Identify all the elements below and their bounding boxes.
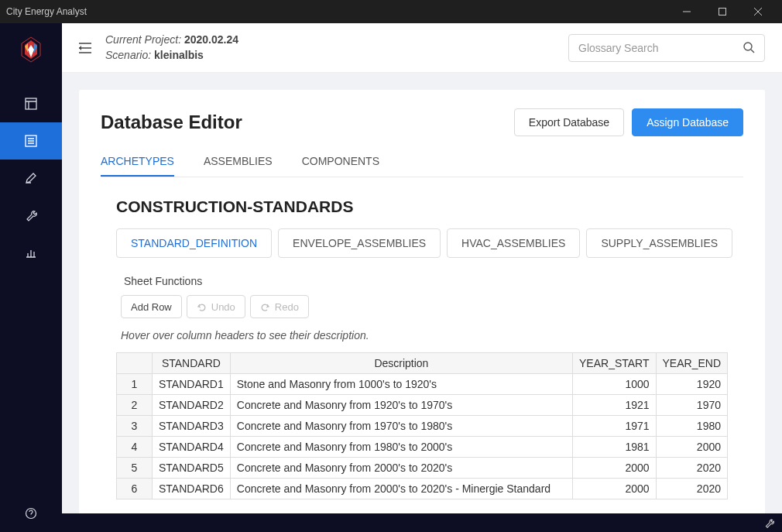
content-area: Database Editor Export Database Assign D… xyxy=(62,73,782,513)
cell-year-end[interactable]: 1980 xyxy=(656,416,727,437)
col-description[interactable]: Description xyxy=(230,353,572,374)
subtab-hvac-assemblies[interactable]: HVAC_ASSEMBLIES xyxy=(447,228,580,258)
row-number: 5 xyxy=(117,458,153,479)
subtab-standard-definition[interactable]: STANDARD_DEFINITION xyxy=(116,228,272,258)
sidebar xyxy=(0,23,62,532)
pencil-icon xyxy=(25,172,37,184)
nav-item-dashboard[interactable] xyxy=(0,85,62,122)
cell-description[interactable]: Stone and Masonry from 1000's to 1920's xyxy=(230,374,572,395)
cell-year-end[interactable]: 2020 xyxy=(656,479,727,499)
sheet-functions-label: Sheet Functions xyxy=(124,275,728,287)
scenario-value: kleinalbis xyxy=(154,49,204,61)
subtab-supply-assemblies[interactable]: SUPPLY_ASSEMBLIES xyxy=(586,228,732,258)
layout-icon xyxy=(25,98,37,110)
cell-year-start[interactable]: 2000 xyxy=(573,479,657,499)
page-header: Current Project: 2020.02.24 Scenario: kl… xyxy=(62,23,782,73)
section-title: CONSTRUCTION-STANDARDS xyxy=(116,197,728,216)
cell-year-start[interactable]: 1921 xyxy=(573,395,657,416)
minimize-button[interactable] xyxy=(669,0,705,23)
cell-year-start[interactable]: 1971 xyxy=(573,416,657,437)
cell-description[interactable]: Concrete and Masonry from 1970's to 1980… xyxy=(230,416,572,437)
titlebar: City Energy Analyst xyxy=(0,0,782,23)
cell-description[interactable]: Concrete and Masonry from 1920's to 1970… xyxy=(230,395,572,416)
cell-standard[interactable]: STANDARD6 xyxy=(153,479,231,499)
table-row[interactable]: 5STANDARD5Concrete and Masonry from 2000… xyxy=(117,458,728,479)
table-row[interactable]: 2STANDARD2Concrete and Masonry from 1920… xyxy=(117,395,728,416)
wrench-icon xyxy=(25,209,37,221)
standards-table: STANDARD Description YEAR_START YEAR_END… xyxy=(116,352,728,499)
main-tabs: ARCHETYPES ASSEMBLIES COMPONENTS xyxy=(101,147,743,177)
undo-icon xyxy=(197,302,207,312)
search-input[interactable] xyxy=(578,42,743,54)
cell-standard[interactable]: STANDARD1 xyxy=(153,374,231,395)
tab-components[interactable]: COMPONENTS xyxy=(302,147,379,177)
row-number: 2 xyxy=(117,395,153,416)
project-label: Current Project: xyxy=(105,33,184,46)
cell-year-end[interactable]: 2020 xyxy=(656,458,727,479)
svg-point-9 xyxy=(744,43,752,50)
scenario-label: Scenario: xyxy=(105,49,154,61)
cell-standard[interactable]: STANDARD4 xyxy=(153,437,231,458)
col-year-end[interactable]: YEAR_END xyxy=(656,353,727,374)
menu-toggle-icon xyxy=(79,43,91,53)
row-number: 1 xyxy=(117,374,153,395)
list-icon xyxy=(25,135,37,147)
row-number: 6 xyxy=(117,479,153,499)
cell-standard[interactable]: STANDARD2 xyxy=(153,395,231,416)
col-standard[interactable]: STANDARD xyxy=(153,353,231,374)
cell-year-end[interactable]: 2000 xyxy=(656,437,727,458)
redo-button[interactable]: Redo xyxy=(250,295,309,318)
search-icon xyxy=(743,42,755,53)
project-value: 2020.02.24 xyxy=(184,33,238,46)
window-title: City Energy Analyst xyxy=(6,6,669,17)
table-row[interactable]: 1STANDARD1Stone and Masonry from 1000's … xyxy=(117,374,728,395)
add-row-button[interactable]: Add Row xyxy=(121,295,182,318)
nav-item-database[interactable] xyxy=(0,122,62,160)
cell-year-end[interactable]: 1920 xyxy=(656,374,727,395)
cell-description[interactable]: Concrete and Masonry from 2000's to 2020… xyxy=(230,479,572,499)
tab-archetypes[interactable]: ARCHETYPES xyxy=(101,147,174,177)
cell-standard[interactable]: STANDARD3 xyxy=(153,416,231,437)
help-icon xyxy=(25,507,37,520)
table-row[interactable]: 3STANDARD3Concrete and Masonry from 1970… xyxy=(117,416,728,437)
page-title: Database Editor xyxy=(101,112,506,133)
row-number: 3 xyxy=(117,416,153,437)
nav-item-chart[interactable] xyxy=(0,234,62,271)
subtab-envelope-assemblies[interactable]: ENVELOPE_ASSEMBLIES xyxy=(278,228,441,258)
svg-rect-6 xyxy=(26,98,36,109)
col-year-start[interactable]: YEAR_START xyxy=(573,353,657,374)
sub-tabs: STANDARD_DEFINITION ENVELOPE_ASSEMBLIES … xyxy=(116,228,728,258)
wrench-status-icon[interactable] xyxy=(764,518,774,528)
cell-year-start[interactable]: 1981 xyxy=(573,437,657,458)
col-rownum xyxy=(117,353,153,374)
cell-year-start[interactable]: 1000 xyxy=(573,374,657,395)
app-logo xyxy=(15,34,46,65)
status-bar xyxy=(62,513,782,532)
cell-year-start[interactable]: 2000 xyxy=(573,458,657,479)
nav-item-edit[interactable] xyxy=(0,160,62,197)
tab-assemblies[interactable]: ASSEMBLIES xyxy=(204,147,273,177)
column-hint: Hover over column headers to see their d… xyxy=(121,329,728,342)
glossary-search[interactable] xyxy=(568,34,765,62)
export-database-button[interactable]: Export Database xyxy=(514,108,624,136)
cell-description[interactable]: Concrete and Masonry from 1980's to 2000… xyxy=(230,437,572,458)
collapse-sidebar-button[interactable] xyxy=(79,43,91,53)
row-number: 4 xyxy=(117,437,153,458)
assign-database-button[interactable]: Assign Database xyxy=(632,108,743,136)
svg-rect-0 xyxy=(719,9,726,15)
cell-year-end[interactable]: 1970 xyxy=(656,395,727,416)
undo-button[interactable]: Undo xyxy=(187,295,245,318)
close-button[interactable] xyxy=(740,0,776,23)
table-row[interactable]: 6STANDARD6Concrete and Masonry from 2000… xyxy=(117,479,728,499)
cell-standard[interactable]: STANDARD5 xyxy=(153,458,231,479)
nav-item-tools[interactable] xyxy=(0,197,62,234)
nav-item-help[interactable] xyxy=(0,495,62,532)
table-row[interactable]: 4STANDARD4Concrete and Masonry from 1980… xyxy=(117,437,728,458)
maximize-button[interactable] xyxy=(705,0,740,23)
bar-chart-icon xyxy=(25,246,37,259)
cell-description[interactable]: Concrete and Masonry from 2000's to 2020… xyxy=(230,458,572,479)
redo-icon xyxy=(260,302,270,312)
